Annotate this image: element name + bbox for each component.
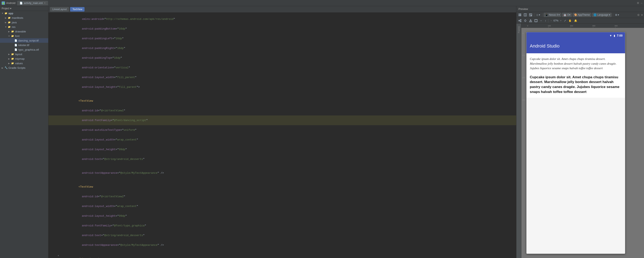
tree-item-res[interactable]: ▼ 📁 res xyxy=(0,25,48,29)
fullscreen-btn[interactable]: ⤢ xyxy=(563,19,567,23)
tree-arrow-mipmap: ▶ xyxy=(8,58,11,60)
zoom-fit-btn[interactable] xyxy=(534,19,538,23)
code-line xyxy=(48,178,516,182)
svg-line-2 xyxy=(2,2,3,3)
resize-v-btn[interactable]: ↕ xyxy=(544,19,547,23)
android-version-icon: 🤖 xyxy=(564,14,566,16)
zoom-in-icon[interactable]: + xyxy=(560,19,562,22)
tree-item-dancing-script[interactable]: 📄 dancing_script.ttf xyxy=(0,38,48,43)
code-content[interactable]: xmlns:android="http://schemas.android.co… xyxy=(48,13,516,258)
grid-view-btn[interactable] xyxy=(518,13,522,17)
code-line: <TextView xyxy=(48,96,516,106)
svg-text:300: 300 xyxy=(592,25,595,27)
tree-label-mipmap: mipmap xyxy=(15,57,24,60)
code-line: android:autoSizeTextType="uniform" xyxy=(48,125,516,135)
battery-icon: ▮ xyxy=(614,34,615,37)
tree-item-lobster[interactable]: 📄 lobster.ttf xyxy=(0,43,48,47)
svg-rect-15 xyxy=(520,21,521,22)
tree-label-manifests: manifests xyxy=(12,16,23,20)
code-text xyxy=(60,92,516,95)
component-tree-btn[interactable] xyxy=(518,19,522,23)
code-line-closing: ▼ </LinearLayout> xyxy=(48,254,516,258)
status-time: 7:00 xyxy=(617,34,622,37)
folder-icon-layout: 📁 xyxy=(11,52,14,56)
svg-rect-12 xyxy=(530,15,532,16)
tree-label-gradle: Gradle Scripts xyxy=(8,66,25,69)
theme-selector[interactable]: 🎨 AppTheme xyxy=(573,13,592,17)
file-icon-dancing: 📄 xyxy=(14,39,18,42)
language-selector[interactable]: 🌐 Language ▾ xyxy=(592,13,612,17)
code-text: android:fontFamily="@font/typo_graphica" xyxy=(60,221,516,230)
layout-options-btn[interactable]: ⊞ ▾ xyxy=(614,13,620,17)
tree-item-font[interactable]: ▼ 📁 font xyxy=(0,34,48,38)
tree-item-layout[interactable]: ▶ 📁 layout xyxy=(0,52,48,56)
code-text: android:layout_height="99dp" xyxy=(60,145,516,154)
device-selector[interactable]: 📱 Nexus 4 ▾ xyxy=(544,13,561,17)
linearlayout-btn[interactable]: LinearLayout xyxy=(50,7,69,12)
folder-icon-mipmap: 📁 xyxy=(11,57,14,61)
tree-item-gradle[interactable]: ▶ 🔧 Gradle Scripts xyxy=(0,65,48,70)
separator xyxy=(613,13,613,17)
tree-label-app: app xyxy=(8,12,13,15)
ruler-side: 0 100 200 300 xyxy=(522,32,526,254)
code-line: android:id="@+id/textView2" xyxy=(48,192,516,201)
palette-tab[interactable]: Palette xyxy=(516,24,521,258)
text-content-script: Cupcake ipsum dolor sit. Amet chupa chup… xyxy=(530,57,622,71)
tree-item-java[interactable]: ▶ 📁 java xyxy=(0,20,48,25)
svg-text:0: 0 xyxy=(527,25,528,27)
blueprint-btn[interactable] xyxy=(528,13,533,17)
code-text: android:autoSizeTextType="uniform" xyxy=(60,125,516,135)
textview-btn[interactable]: TextView xyxy=(70,7,84,12)
pan-btn[interactable]: ✋ xyxy=(568,19,572,23)
tree-item-values[interactable]: ▶ 📁 values xyxy=(0,61,48,65)
tree-label-font: font xyxy=(15,35,20,38)
project-label: Project ▾ xyxy=(2,7,11,10)
tree-item-mipmap[interactable]: ▶ 📁 mipmap xyxy=(0,56,48,61)
tree-item-manifests[interactable]: ▶ 📁 manifests xyxy=(0,16,48,20)
code-text: android:layout_width="wrap_content" xyxy=(60,201,516,211)
code-line: android:paddingTop="16dp" xyxy=(48,53,516,63)
zoom-out-icon[interactable]: − xyxy=(550,19,552,22)
svg-text:100: 100 xyxy=(548,25,551,27)
minimize-icon[interactable]: – xyxy=(641,2,642,5)
project-sidebar: Project ▾ ▼ 📁 app ▶ 📁 manifests ▶ 📁 java… xyxy=(0,6,48,258)
tree-item-typo[interactable]: 📄 typo_graphica.otf xyxy=(0,47,48,52)
code-text: android:textAppearance="@style/MyTextApp… xyxy=(60,168,516,178)
tree-item-drawable[interactable]: ▶ 📁 drawable xyxy=(0,29,48,34)
preview-toolbar-row2: ↔ ↕ − 67% + ⤢ ✋ 🔔 xyxy=(516,18,644,24)
code-line: android:layout_width="wrap_content" xyxy=(48,201,516,211)
language-dropdown-icon: ▾ xyxy=(609,14,610,16)
code-text: android:id="@+id/textView1" xyxy=(60,106,516,115)
tab-close-btn[interactable]: ✕ xyxy=(44,2,46,4)
notification-btn[interactable]: 🔔 xyxy=(573,19,578,23)
code-text: android:paddingTop="16dp" xyxy=(60,53,516,63)
code-line: android:text="@string/android_desserts" xyxy=(48,154,516,164)
editor-tab[interactable]: 📄 activity_main.xml ✕ xyxy=(17,1,48,5)
svg-rect-14 xyxy=(520,20,521,20)
api-selector[interactable]: 🤖 O▾ xyxy=(562,13,572,17)
error-btn[interactable] xyxy=(528,19,533,23)
code-line: android:layout_width="fill_parent" xyxy=(48,72,516,82)
constraints-btn[interactable] xyxy=(523,19,528,23)
palette-label: Palette xyxy=(517,25,520,34)
tree-arrow-drawable: ▶ xyxy=(8,30,11,33)
code-line-highlighted: android:fontFamily="@font/dancing_script… xyxy=(48,115,516,125)
tree-item-app[interactable]: ▼ 📁 app xyxy=(0,11,48,16)
shapes-btn[interactable]: ◇ ▾ xyxy=(536,13,541,17)
device-dropdown-icon: ▾ xyxy=(558,14,560,16)
svg-rect-6 xyxy=(519,15,520,16)
settings-btn[interactable]: ⚙ ▾ xyxy=(637,14,643,17)
preview-scroll-area[interactable]: 0 100 200 300 ▼ xyxy=(521,28,644,258)
settings-icon[interactable]: ⚙ xyxy=(637,2,639,5)
code-line: android:paddingBottom="16dp" xyxy=(48,24,516,34)
resize-h-btn[interactable]: ↔ xyxy=(539,19,543,23)
split-view-btn[interactable] xyxy=(523,13,528,17)
title-bar: Android 📄 activity_main.xml ✕ ⚙ – xyxy=(0,0,644,6)
tree-arrow-font: ▼ xyxy=(8,35,11,37)
ruler-corner xyxy=(521,24,526,28)
ruler-container: 0 100 200 300 400 xyxy=(521,24,644,28)
svg-text:100: 100 xyxy=(522,54,525,56)
code-text: <TextView xyxy=(60,182,516,192)
svg-rect-7 xyxy=(520,15,521,16)
tree-label-values: values xyxy=(15,62,23,65)
